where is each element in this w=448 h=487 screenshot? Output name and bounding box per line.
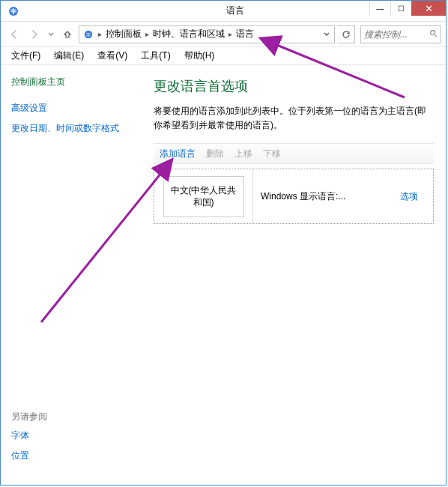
chevron-right-icon: ▸ xyxy=(97,30,103,38)
body: 控制面板主页 高级设置 更改日期、时间或数字格式 另请参阅 字体 位置 更改语言… xyxy=(1,65,446,485)
nav-forward-button[interactable] xyxy=(25,25,43,43)
left-pane: 控制面板主页 高级设置 更改日期、时间或数字格式 另请参阅 字体 位置 xyxy=(1,65,148,485)
nav-up-button[interactable] xyxy=(58,25,76,43)
refresh-button[interactable] xyxy=(337,25,355,43)
page-heading: 更改语言首选项 xyxy=(154,77,434,95)
menu-view[interactable]: 查看(V) xyxy=(91,48,133,64)
breadcrumb-item[interactable]: 控制面板 xyxy=(104,26,143,43)
page-description: 将要使用的语言添加到此列表中。位于列表第一位的语言为主语言(即你希望看到并最常使… xyxy=(154,104,434,133)
location-link[interactable]: 位置 xyxy=(11,450,140,462)
maximize-button[interactable]: ☐ xyxy=(390,1,411,16)
address-icon: 字 xyxy=(82,28,94,40)
control-panel-home-link[interactable]: 控制面板主页 xyxy=(11,76,140,88)
window-frame: 字 语言 — ☐ ✕ 字 xyxy=(0,0,447,486)
svg-point-4 xyxy=(431,30,435,34)
close-button[interactable]: ✕ xyxy=(411,1,446,16)
nav-back-button[interactable] xyxy=(5,25,23,43)
chevron-right-icon: ▸ xyxy=(227,30,234,38)
add-language-button[interactable]: 添加语言 xyxy=(160,148,196,160)
chevron-right-icon: ▸ xyxy=(144,30,151,38)
advanced-settings-link[interactable]: 高级设置 xyxy=(11,102,140,115)
language-name-cell: 中文(中华人民共和国) xyxy=(154,169,253,223)
search-input[interactable] xyxy=(364,29,429,40)
breadcrumb-item[interactable]: 语言 xyxy=(234,26,255,43)
svg-text:字: 字 xyxy=(86,31,91,37)
language-list: 中文(中华人民共和国) Windows 显示语言:... 选项 xyxy=(154,169,434,224)
remove-language-button[interactable]: 删除 xyxy=(206,148,224,160)
app-icon: 字 xyxy=(7,4,20,18)
address-dropdown-button[interactable] xyxy=(321,29,333,40)
language-name: 中文(中华人民共和国) xyxy=(163,176,244,218)
menu-help[interactable]: 帮助(H) xyxy=(178,48,221,64)
language-detail-text: Windows 显示语言:... xyxy=(261,190,345,203)
language-toolbar: 添加语言 删除 上移 下移 xyxy=(154,143,434,164)
menu-tools[interactable]: 工具(T) xyxy=(135,48,176,64)
nav-history-button[interactable] xyxy=(46,25,56,43)
titlebar: 字 语言 — ☐ ✕ xyxy=(1,1,446,22)
date-time-format-link[interactable]: 更改日期、时间或数字格式 xyxy=(11,122,140,135)
menu-edit[interactable]: 编辑(E) xyxy=(48,48,90,64)
menu-file[interactable]: 文件(F) xyxy=(5,48,46,64)
search-icon xyxy=(429,29,438,40)
language-options-cell: 选项 xyxy=(385,169,433,223)
navbar: 字 ▸ 控制面板 ▸ 时钟、语言和区域 ▸ 语言 xyxy=(1,22,446,47)
language-detail-cell: Windows 显示语言:... xyxy=(253,169,385,223)
see-also-label: 另请参阅 xyxy=(11,411,140,423)
minimize-button[interactable]: — xyxy=(369,1,390,16)
move-up-button[interactable]: 上移 xyxy=(234,148,252,160)
search-box[interactable] xyxy=(360,25,441,43)
right-pane: 更改语言首选项 将要使用的语言添加到此列表中。位于列表第一位的语言为主语言(即你… xyxy=(148,65,446,485)
see-also-block: 另请参阅 字体 位置 xyxy=(11,411,140,477)
svg-text:字: 字 xyxy=(10,8,16,15)
breadcrumb-item[interactable]: 时钟、语言和区域 xyxy=(151,26,226,43)
move-down-button[interactable]: 下移 xyxy=(263,148,281,160)
window-controls: — ☐ ✕ xyxy=(369,1,446,16)
fonts-link[interactable]: 字体 xyxy=(11,429,140,442)
menubar: 文件(F) 编辑(E) 查看(V) 工具(T) 帮助(H) xyxy=(1,47,446,65)
address-bar[interactable]: 字 ▸ 控制面板 ▸ 时钟、语言和区域 ▸ 语言 xyxy=(79,25,335,43)
language-row[interactable]: 中文(中华人民共和国) Windows 显示语言:... 选项 xyxy=(154,169,433,223)
language-options-link[interactable]: 选项 xyxy=(400,190,418,203)
